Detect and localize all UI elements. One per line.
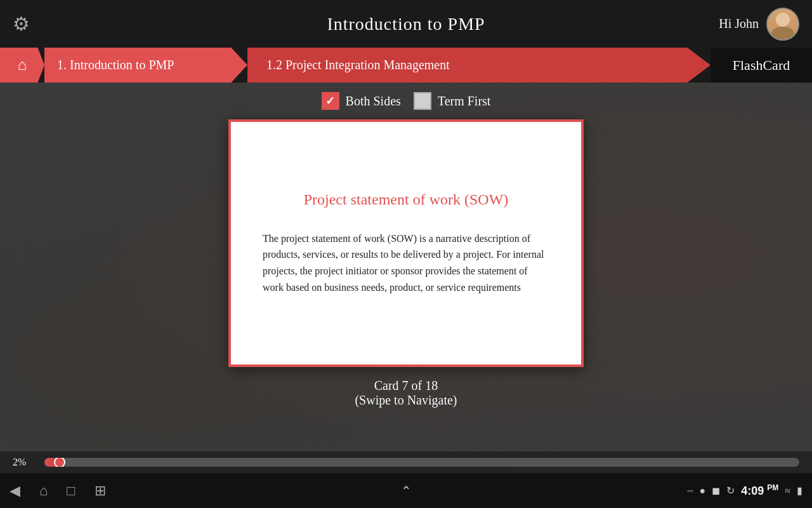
clock-time: 4:09 PM xyxy=(741,483,778,498)
browser-icon: ● xyxy=(700,485,706,497)
recents-button[interactable]: □ xyxy=(67,483,75,499)
sync-icon: ↻ xyxy=(726,485,735,497)
swipe-hint: (Swipe to Navigate) xyxy=(355,393,457,407)
card-type-label: FlashCard xyxy=(733,57,790,74)
both-sides-label: Both Sides xyxy=(346,94,401,109)
home-icon: ⌂ xyxy=(18,57,27,74)
flashcard-options: Both Sides Term First xyxy=(322,92,491,110)
greeting-text: Hi John xyxy=(719,17,759,31)
android-bottom-bar: ◀ ⌂ □ ⊞ ⌃ ⎓ ● ◼ ↻ 4:09 PM ≈ ▮ xyxy=(0,473,812,508)
app-header: ⚙ Introduction to PMP Hi John xyxy=(0,0,812,48)
main-content: Both Sides Term First Project statement … xyxy=(0,83,812,451)
nav-section-label: 1. Introduction to PMP xyxy=(57,58,174,72)
android-center-button[interactable]: ⌃ xyxy=(401,483,412,498)
nav-bar: ⌂ 1. Introduction to PMP 1.2 Project Int… xyxy=(0,48,812,83)
nav-section[interactable]: 1. Introduction to PMP xyxy=(44,48,247,83)
flashcard-definition: The project statement of work (SOW) is a… xyxy=(263,231,549,295)
progress-track[interactable] xyxy=(44,458,799,467)
progress-area: 2% xyxy=(0,451,812,473)
avatar[interactable] xyxy=(766,8,799,41)
time-display: 4:09 PM xyxy=(741,483,778,498)
flashcard[interactable]: Project statement of work (SOW) The proj… xyxy=(228,119,584,367)
both-sides-checkbox[interactable] xyxy=(322,92,339,110)
avatar-image xyxy=(768,8,798,41)
gear-icon[interactable]: ⚙ xyxy=(13,13,30,35)
flashcard-wrapper: Project statement of work (SOW) The proj… xyxy=(0,119,812,367)
image-icon: ◼ xyxy=(712,485,720,497)
battery-icon: ▮ xyxy=(797,485,802,497)
both-sides-option[interactable]: Both Sides xyxy=(322,92,401,110)
term-first-label: Term First xyxy=(438,94,491,109)
card-counter-text: Card 7 of 18 xyxy=(355,378,457,393)
screenshot-button[interactable]: ⊞ xyxy=(95,483,106,499)
term-first-option[interactable]: Term First xyxy=(414,92,491,110)
nav-chapter[interactable]: 1.2 Project Integration Management xyxy=(247,48,710,83)
term-first-checkbox[interactable] xyxy=(414,92,431,110)
flashcard-term: Project statement of work (SOW) xyxy=(304,191,509,208)
user-area: Hi John xyxy=(719,8,799,41)
back-button[interactable]: ◀ xyxy=(10,483,20,499)
card-counter: Card 7 of 18 (Swipe to Navigate) xyxy=(355,378,457,408)
android-nav-buttons: ◀ ⌂ □ ⊞ xyxy=(10,483,106,499)
android-system-icons: ⎓ ● ◼ ↻ 4:09 PM ≈ ▮ xyxy=(687,483,803,498)
usb-icon: ⎓ xyxy=(687,485,693,497)
nav-chapter-label: 1.2 Project Integration Management xyxy=(266,58,450,72)
home-button[interactable]: ⌂ xyxy=(0,48,44,83)
wifi-icon: ≈ xyxy=(785,485,790,497)
nav-card-type: FlashCard xyxy=(710,48,812,83)
home-button-android[interactable]: ⌂ xyxy=(39,483,48,499)
progress-label: 2% xyxy=(13,457,35,468)
progress-thumb xyxy=(54,458,65,467)
app-title: Introduction to PMP xyxy=(327,14,485,34)
